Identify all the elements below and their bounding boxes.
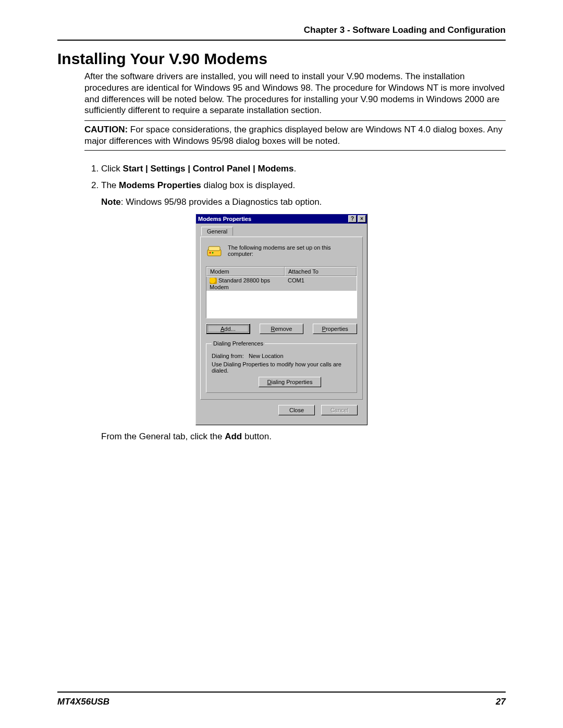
step-list: Click Start | Settings | Control Panel |… (84, 163, 506, 192)
caution-text: For space considerations, the graphics d… (84, 125, 503, 146)
add-button[interactable]: Add... (206, 324, 250, 334)
tab-panel-general: The following modems are set up on this … (200, 237, 363, 400)
dialing-preferences-group: Dialing Preferences Dialing from: New Lo… (206, 340, 357, 393)
modem-small-icon (210, 278, 217, 284)
page-footer: MT4X56USB 27 (57, 692, 506, 707)
help-button[interactable]: ? (348, 215, 357, 223)
note-line: Note: Windows 95/98 provides a Diagnosti… (101, 197, 506, 207)
step-2: The Modems Properties dialog box is disp… (101, 180, 506, 192)
dialing-from-label: Dialing from: (212, 353, 244, 359)
dialog-title: Modems Properties (198, 216, 347, 222)
dialing-from-value: New Location (249, 353, 284, 359)
list-item[interactable]: Standard 28800 bps Modem COM1 (206, 277, 357, 291)
section-title: Installing Your V.90 Modems (57, 50, 506, 68)
modem-icon (206, 242, 223, 259)
modem-listbox[interactable]: Standard 28800 bps Modem COM1 (206, 277, 357, 318)
after-figure-text: From the General tab, click the Add butt… (101, 431, 506, 442)
svg-point-3 (212, 252, 214, 254)
step-1: Click Start | Settings | Control Panel |… (101, 163, 506, 175)
col-attached-to[interactable]: Attached To (285, 267, 357, 276)
svg-point-2 (210, 252, 211, 254)
prefs-hint: Use Dialing Properties to modify how you… (212, 361, 351, 374)
prefs-legend: Dialing Preferences (212, 340, 265, 347)
modem-list-header: Modem Attached To (206, 266, 357, 277)
dialing-properties-button[interactable]: Dialing Properties (259, 377, 321, 387)
caution-label: CAUTION: (84, 125, 128, 134)
close-button[interactable]: × (358, 215, 366, 223)
chapter-header: Chapter 3 - Software Loading and Configu… (57, 25, 506, 41)
footer-page-number: 27 (496, 697, 506, 707)
properties-button[interactable]: Properties (313, 324, 357, 334)
dialog-info-text: The following modems are set up on this … (228, 244, 357, 257)
close-dialog-button[interactable]: Close (278, 405, 315, 415)
caution-block: CAUTION: For space considerations, the g… (84, 120, 506, 151)
svg-rect-1 (209, 246, 220, 251)
tab-general[interactable]: General (201, 227, 233, 236)
footer-doc-id: MT4X56USB (57, 697, 109, 707)
remove-button[interactable]: Remove (260, 324, 304, 334)
intro-paragraph: After the software drivers are installed… (57, 71, 506, 116)
dialog-titlebar: Modems Properties ? × (196, 214, 367, 224)
col-modem[interactable]: Modem (206, 267, 285, 276)
modems-properties-dialog: Modems Properties ? × General (195, 214, 368, 425)
cancel-button: Cancel (321, 405, 358, 415)
